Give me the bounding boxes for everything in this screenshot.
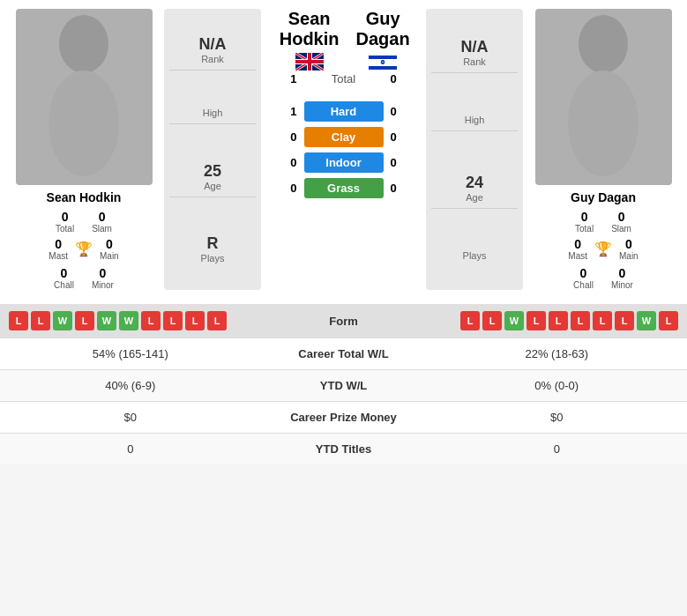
player1-info-card: N/A Rank High 25 Age R Plays <box>164 9 261 290</box>
player2-card: Guy Dagan 0 Total 0 Slam 0 Mast 🏆 0 <box>528 9 678 290</box>
svg-rect-12 <box>369 56 397 59</box>
indoor-badge: Indoor <box>304 152 384 173</box>
p1-form-3: W <box>53 311 72 330</box>
player2-stats-row2: 0 Mast 🏆 0 Main <box>568 237 638 261</box>
player1-chall: 0 Chall <box>54 266 74 290</box>
indoor-row: 0 Indoor 0 <box>270 151 417 174</box>
player2-header-name: Guy Dagan <box>348 9 417 49</box>
clay-p1: 0 <box>271 130 297 144</box>
player2-plays-row: Plays <box>431 245 518 266</box>
player1-rank-row: N/A Rank <box>169 30 256 71</box>
player1-silhouette <box>40 9 128 185</box>
player2-slam: 0 Slam <box>611 210 631 234</box>
surface-rows: 1 Hard 0 0 Clay 0 0 Indoor 0 0 Grass <box>270 100 417 200</box>
player1-ytd-titles: 0 <box>5 442 256 456</box>
player2-main: 0 Main <box>619 237 638 261</box>
player1-ytd-wl: 40% (6-9) <box>5 379 256 392</box>
svg-rect-10 <box>295 60 324 63</box>
p1-form-4: L <box>75 311 94 330</box>
player1-peak-row: High <box>169 102 256 124</box>
player1-plays-row: R Plays <box>169 229 256 269</box>
p1-form-10: L <box>207 311 227 330</box>
svg-rect-13 <box>369 66 397 70</box>
career-wl-row: 54% (165-141) Career Total W/L 22% (18-6… <box>0 338 687 369</box>
player1-stats-row2: 0 Mast 🏆 0 Main <box>49 237 118 261</box>
main-container: Sean Hodkin 0 Total 0 Slam 0 Mast 🏆 0 <box>0 0 687 464</box>
p1-form-5: W <box>97 311 116 330</box>
player1-photo <box>16 9 153 185</box>
p2-form-4: L <box>526 311 546 330</box>
player2-form-badges: L L W L L L L L W L <box>402 311 679 330</box>
p1-form-7: L <box>141 311 161 330</box>
grass-p1: 0 <box>271 182 297 195</box>
players-section: Sean Hodkin 0 Total 0 Slam 0 Mast 🏆 0 <box>0 0 687 299</box>
ytd-wl-row: 40% (6-9) YTD W/L 0% (0-0) <box>0 369 687 401</box>
p2-form-8: L <box>615 311 634 330</box>
player1-minor: 0 Minor <box>92 266 114 290</box>
player1-name: Sean Hodkin <box>47 190 122 204</box>
player1-flag-icon <box>295 53 324 71</box>
center-area: Sean Hodkin G <box>266 9 421 290</box>
total-p2: 0 <box>391 72 417 85</box>
player1-header: Sean Hodkin <box>270 9 348 71</box>
player1-age-row: 25 Age <box>169 157 256 197</box>
p2-form-3: W <box>504 311 524 330</box>
player1-prize: $0 <box>5 411 256 424</box>
grass-badge: Grass <box>304 178 384 198</box>
grass-p2: 0 <box>391 182 417 195</box>
form-label: Form <box>291 315 397 328</box>
prize-money-row: $0 Career Prize Money $0 <box>0 401 687 433</box>
stats-section: 54% (165-141) Career Total W/L 22% (18-6… <box>0 338 687 464</box>
p1-form-9: L <box>185 311 205 330</box>
player2-trophy-icon: 🏆 <box>594 241 612 257</box>
prize-money-label: Career Prize Money <box>256 411 432 424</box>
player1-total: 0 Total <box>56 210 74 234</box>
player2-total: 0 Total <box>575 210 594 234</box>
player2-header: Guy Dagan <box>348 9 417 72</box>
player2-photo <box>535 9 672 185</box>
hard-badge: Hard <box>304 101 384 122</box>
grass-row: 0 Grass 0 <box>270 176 417 200</box>
hard-row: 1 Hard 0 <box>270 100 417 123</box>
svg-point-17 <box>568 71 638 176</box>
indoor-p1: 0 <box>271 156 297 169</box>
player2-name: Guy Dagan <box>571 190 636 204</box>
player2-age-row: 24 Age <box>431 168 518 209</box>
svg-point-16 <box>579 15 628 73</box>
total-row: 1 Total 0 <box>271 72 417 85</box>
svg-point-1 <box>49 71 119 176</box>
player1-mast: 0 Mast <box>49 237 68 261</box>
ytd-wl-label: YTD W/L <box>256 379 432 392</box>
clay-badge: Clay <box>304 127 384 147</box>
ytd-titles-label: YTD Titles <box>256 442 432 456</box>
player2-mast: 0 Mast <box>568 237 587 261</box>
player1-main: 0 Main <box>100 237 119 261</box>
ytd-titles-row: 0 YTD Titles 0 <box>0 433 687 464</box>
player2-career-wl: 22% (18-63) <box>432 347 683 360</box>
form-section: L L W L W W L L L L Form L L W L L L L L… <box>0 304 687 338</box>
player1-card: Sean Hodkin 0 Total 0 Slam 0 Mast 🏆 0 <box>9 9 159 290</box>
player1-stats-row1: 0 Total 0 Slam <box>56 210 112 234</box>
indoor-p2: 0 <box>391 156 417 169</box>
player2-stats-row3: 0 Chall 0 Minor <box>573 266 633 290</box>
p2-form-5: L <box>549 311 568 330</box>
player1-form-badges: L L W L W W L L L L <box>9 311 286 330</box>
player1-career-wl: 54% (165-141) <box>5 347 256 360</box>
player1-header-name: Sean Hodkin <box>270 9 348 49</box>
player1-stats-row3: 0 Chall 0 Minor <box>54 266 114 290</box>
player2-ytd-wl: 0% (0-0) <box>432 379 683 392</box>
svg-point-0 <box>59 15 108 73</box>
p1-form-6: W <box>119 311 138 330</box>
player2-chall: 0 Chall <box>573 266 594 290</box>
player2-flag-icon <box>369 53 397 72</box>
p2-form-1: L <box>460 311 480 330</box>
p2-form-10: L <box>659 311 678 330</box>
p1-form-2: L <box>31 311 50 330</box>
player2-stats-row1: 0 Total 0 Slam <box>575 210 631 234</box>
player2-rank-row: N/A Rank <box>431 33 518 73</box>
total-p1: 1 <box>271 72 297 85</box>
total-label: Total <box>304 72 384 85</box>
player2-peak-row: High <box>431 109 518 131</box>
hard-p1: 1 <box>271 105 297 118</box>
p2-form-6: L <box>571 311 590 330</box>
